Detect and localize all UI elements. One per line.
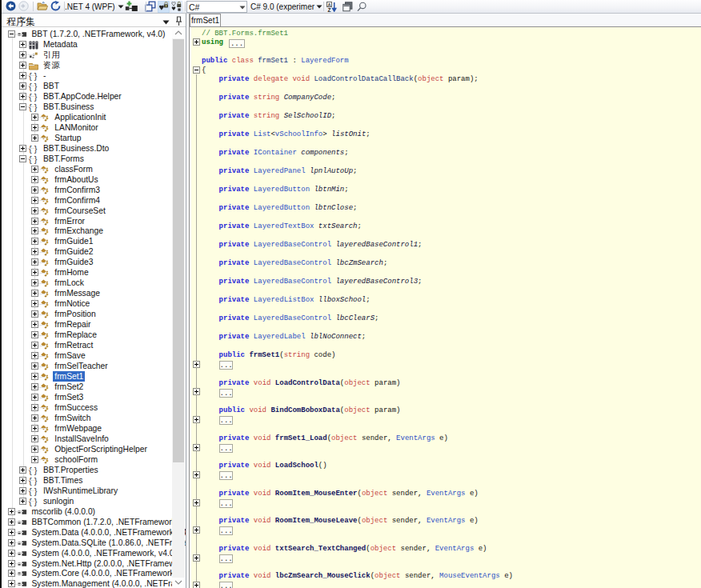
svg-text:Z: Z: [327, 7, 330, 12]
svg-text:{ }: { }: [29, 93, 38, 102]
svg-text:{ }: { }: [29, 155, 38, 164]
svg-text:{ }: { }: [29, 466, 38, 475]
svg-text:{ }: { }: [29, 82, 38, 91]
svg-text:{ }: { }: [29, 72, 38, 81]
svg-text:{ }: { }: [29, 103, 38, 112]
svg-text:{ }: { }: [29, 145, 38, 154]
svg-text:{ }: { }: [29, 498, 38, 506]
svg-text:{ }: { }: [29, 477, 38, 486]
svg-text:{ }: { }: [29, 487, 38, 496]
